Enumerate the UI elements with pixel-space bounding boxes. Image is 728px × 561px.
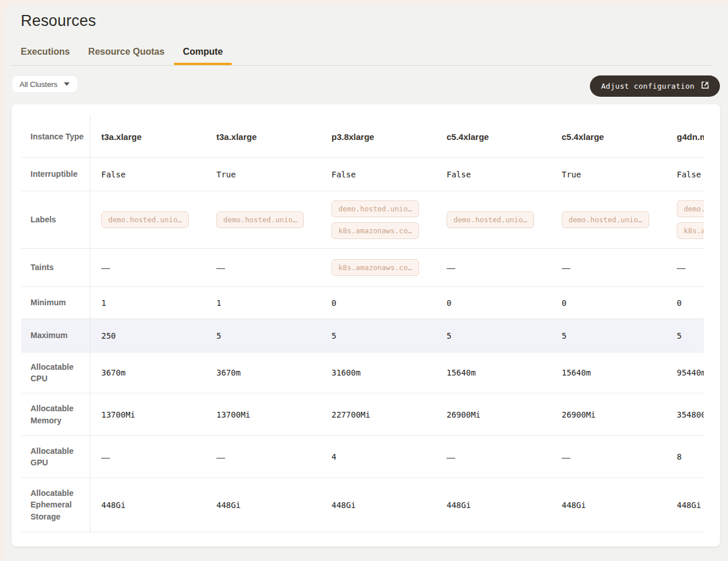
table-row-maximum: Maximum25055555 (21, 319, 704, 352)
cell-allocatable_cpu-col4: 15640m (436, 352, 551, 393)
column-header: p3.8xlarge (331, 132, 374, 142)
tab-executions[interactable]: Executions (21, 47, 70, 65)
cell-value: 4 (331, 452, 336, 461)
row-label-allocatable_cpu: Allocatable CPU (21, 352, 90, 393)
table-row-minimum: Minimum110000 (21, 287, 704, 319)
cell-allocatable_ephemeral_storage-col6: 448Gi (666, 478, 704, 532)
cell-value: — (562, 452, 570, 462)
cell-allocatable_gpu-col5: — (551, 436, 666, 477)
cell-interruptible-col6: False (666, 158, 704, 191)
table-row-instance_type: Instance Typet3a.xlarget3a.xlargep3.8xla… (21, 116, 704, 158)
cell-labels-col4: demo.hosted.unio… (436, 191, 551, 248)
label-chip: demo.hosted.unio… (677, 200, 704, 217)
cell-taints-col5: — (551, 249, 666, 286)
cell-instance_type-col4: c5.4xlarge (436, 116, 551, 157)
main-panel: Resources Executions Resource Quotas Com… (5, 5, 728, 561)
cell-value: 448Gi (331, 501, 356, 510)
label-chip: k8s.amazonaws.co… (331, 259, 419, 276)
cell-allocatable_gpu-col2: — (205, 436, 321, 477)
row-label-minimum: Minimum (21, 287, 90, 319)
cell-value: 250 (101, 331, 116, 340)
cluster-filter-dropdown[interactable]: All Clusters (12, 75, 78, 93)
chip-stack: demo.hosted.unio… (216, 211, 304, 228)
cell-labels-col2: demo.hosted.unio… (205, 191, 321, 248)
chip-stack: demo.hosted.unio…k8s.amazonaws.co… (677, 200, 704, 239)
tab-bar: Executions Resource Quotas Compute (12, 47, 712, 66)
cell-instance_type-col5: c5.4xlarge (551, 116, 666, 157)
cell-value: 448Gi (216, 501, 241, 510)
cell-value: 13700Mi (101, 410, 135, 419)
page-title: Resources (21, 5, 720, 30)
cell-maximum-col2: 5 (205, 319, 321, 352)
cell-taints-col2: — (205, 249, 321, 286)
cell-instance_type-col3: p3.8xlarge (321, 116, 436, 157)
cell-allocatable_cpu-col3: 31600m (321, 352, 436, 393)
empty-value: — (562, 263, 570, 272)
label-chip: demo.hosted.unio… (101, 211, 189, 228)
chip-stack: demo.hosted.unio…k8s.amazonaws.co… (331, 200, 419, 239)
chip-stack: demo.hosted.unio… (101, 211, 189, 228)
cell-value: 1 (101, 298, 106, 308)
external-link-icon (701, 81, 709, 91)
cell-maximum-col1: 250 (90, 319, 205, 352)
row-label-maximum: Maximum (21, 319, 90, 352)
cell-maximum-col6: 5 (666, 319, 704, 352)
chevron-down-icon (64, 82, 70, 86)
label-chip: k8s.amazonaws.co… (677, 222, 704, 239)
cell-value: False (677, 170, 701, 179)
cell-minimum-col1: 1 (90, 287, 205, 319)
column-header: g4dn.metal (677, 132, 704, 142)
cell-labels-col6: demo.hosted.unio…k8s.amazonaws.co… (666, 191, 704, 248)
cell-taints-col1: — (90, 249, 205, 286)
cell-value: 5 (677, 331, 681, 340)
cluster-filter-value: All Clusters (20, 80, 58, 89)
table-row-interruptible: InterruptibleFalseTrueFalseFalseTrueFals… (21, 158, 704, 191)
cell-maximum-col5: 5 (551, 319, 666, 352)
tab-resource-quotas[interactable]: Resource Quotas (88, 47, 164, 65)
cell-value: False (101, 170, 125, 179)
cell-interruptible-col3: False (321, 158, 436, 191)
label-chip: k8s.amazonaws.co… (331, 222, 419, 239)
cell-taints-col4: — (436, 249, 551, 286)
row-label-labels: Labels (21, 191, 90, 248)
cell-allocatable_gpu-col4: — (436, 436, 551, 477)
cell-minimum-col5: 0 (551, 287, 666, 319)
table-row-taints: Taints——k8s.amazonaws.co…——— (21, 249, 704, 287)
cell-instance_type-col2: t3a.xlarge (205, 116, 321, 157)
chip-stack: demo.hosted.unio… (562, 211, 649, 228)
cell-value: 227700Mi (331, 410, 370, 419)
cell-value: 26900Mi (447, 410, 481, 419)
cell-allocatable_ephemeral_storage-col1: 448Gi (90, 478, 205, 532)
cell-value: — (101, 452, 110, 462)
cell-allocatable_cpu-col2: 3670m (205, 352, 321, 393)
cell-labels-col5: demo.hosted.unio… (551, 191, 666, 248)
label-chip: demo.hosted.unio… (562, 211, 649, 228)
column-header: c5.4xlarge (562, 132, 604, 142)
cell-allocatable_ephemeral_storage-col3: 448Gi (321, 478, 436, 532)
cell-value: True (562, 170, 581, 179)
cell-allocatable_ephemeral_storage-col4: 448Gi (436, 478, 551, 532)
row-label-interruptible: Interruptible (21, 158, 90, 191)
cell-interruptible-col2: True (205, 158, 321, 191)
cell-minimum-col2: 1 (205, 287, 321, 319)
tab-compute[interactable]: Compute (183, 47, 223, 65)
cell-value: 26900Mi (562, 410, 596, 419)
cell-allocatable_memory-col1: 13700Mi (90, 393, 205, 435)
cell-maximum-col4: 5 (436, 319, 551, 352)
adjust-configuration-button[interactable]: Adjust configuration (590, 75, 720, 97)
table-row-labels: Labelsdemo.hosted.unio…demo.hosted.unio…… (21, 191, 704, 249)
cell-value: False (447, 170, 471, 179)
adjust-configuration-label: Adjust configuration (601, 82, 695, 90)
cell-allocatable_gpu-col1: — (90, 436, 205, 477)
cell-value: 0 (562, 298, 566, 308)
cell-minimum-col6: 0 (666, 287, 704, 319)
cell-value: 13700Mi (216, 410, 250, 419)
page-header: Resources (12, 5, 720, 30)
cell-value: 3670m (216, 368, 241, 377)
cell-allocatable_ephemeral_storage-col2: 448Gi (205, 478, 321, 532)
cell-interruptible-col1: False (90, 158, 205, 191)
cell-allocatable_gpu-col6: 8 (666, 436, 704, 477)
label-chip: demo.hosted.unio… (216, 211, 304, 228)
cell-instance_type-col6: g4dn.metal (666, 116, 704, 157)
empty-value: — (447, 263, 455, 272)
